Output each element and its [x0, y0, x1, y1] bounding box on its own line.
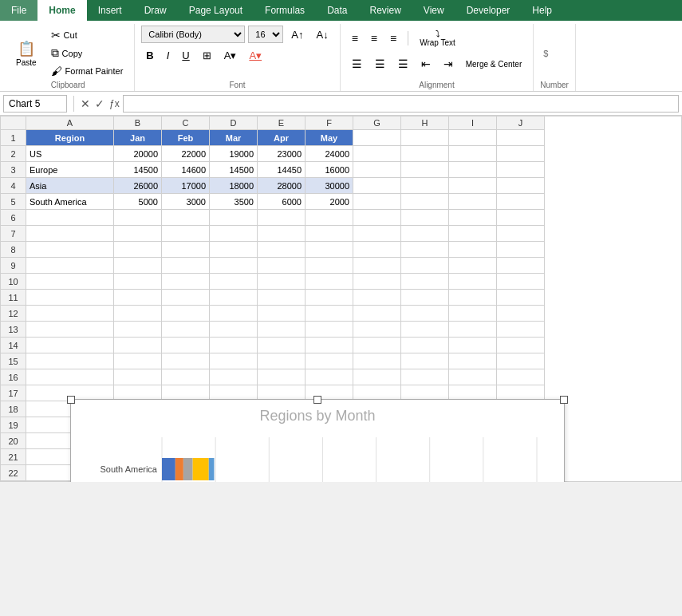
- indent-decrease-button[interactable]: ⇤: [416, 54, 436, 73]
- formula-input[interactable]: [123, 95, 679, 113]
- cell-C7[interactable]: [162, 226, 210, 242]
- cell-C12[interactable]: [162, 306, 210, 322]
- fill-color-button[interactable]: A▾: [219, 47, 242, 64]
- cell-F5[interactable]: 2000: [306, 194, 353, 210]
- cell-E1[interactable]: Apr: [258, 130, 306, 146]
- cell-A15[interactable]: [26, 353, 114, 369]
- cell-C8[interactable]: [162, 242, 210, 258]
- cell-F4[interactable]: 30000: [306, 178, 353, 194]
- cell-E3[interactable]: 14450: [258, 162, 306, 178]
- cell-E11[interactable]: [258, 290, 306, 306]
- cell-D15[interactable]: [210, 353, 258, 369]
- cell-A6[interactable]: [26, 210, 114, 226]
- cell-E7[interactable]: [258, 226, 306, 242]
- cell-H15[interactable]: [401, 353, 449, 369]
- cell-H13[interactable]: [401, 322, 449, 338]
- cell-D16[interactable]: [210, 369, 258, 385]
- cell-H4[interactable]: [401, 178, 449, 194]
- cell-D14[interactable]: [210, 338, 258, 353]
- cell-D12[interactable]: [210, 306, 258, 322]
- cell-J8[interactable]: [497, 242, 545, 258]
- cell-H1[interactable]: [401, 130, 449, 146]
- tab-review[interactable]: Review: [358, 0, 412, 21]
- underline-button[interactable]: U: [177, 47, 194, 64]
- col-header-B[interactable]: B: [114, 116, 162, 130]
- cell-B5[interactable]: 5000: [114, 194, 162, 210]
- cell-I6[interactable]: [449, 210, 497, 226]
- cell-J9[interactable]: [497, 258, 545, 274]
- cell-F1[interactable]: May: [306, 130, 353, 146]
- cell-A7[interactable]: [26, 226, 114, 242]
- cell-H14[interactable]: [401, 338, 449, 353]
- cell-C16[interactable]: [162, 369, 210, 385]
- cell-H3[interactable]: [401, 162, 449, 178]
- font-size-select[interactable]: 16 89101112 14182024: [248, 26, 283, 43]
- tab-data[interactable]: Data: [316, 0, 358, 21]
- cell-H9[interactable]: [401, 258, 449, 274]
- cell-A14[interactable]: [26, 338, 114, 353]
- cell-F16[interactable]: [306, 369, 353, 385]
- cell-B3[interactable]: 14500: [114, 162, 162, 178]
- cell-G12[interactable]: [353, 306, 401, 322]
- cell-A9[interactable]: [26, 258, 114, 274]
- cell-J7[interactable]: [497, 226, 545, 242]
- cell-H7[interactable]: [401, 226, 449, 242]
- cell-E4[interactable]: 28000: [258, 178, 306, 194]
- cell-C5[interactable]: 3000: [162, 194, 210, 210]
- cell-C13[interactable]: [162, 322, 210, 338]
- cell-G6[interactable]: [353, 210, 401, 226]
- cell-E5[interactable]: 6000: [258, 194, 306, 210]
- tab-help[interactable]: Help: [521, 0, 563, 21]
- cell-H5[interactable]: [401, 194, 449, 210]
- cell-A11[interactable]: [26, 290, 114, 306]
- cell-J4[interactable]: [497, 178, 545, 194]
- cell-A4[interactable]: Asia: [26, 178, 114, 194]
- cell-A3[interactable]: Europe: [26, 162, 114, 178]
- cell-C3[interactable]: 14600: [162, 162, 210, 178]
- cell-F13[interactable]: [306, 322, 353, 338]
- cell-J10[interactable]: [497, 274, 545, 290]
- cell-D6[interactable]: [210, 210, 258, 226]
- insert-function-icon[interactable]: ƒx: [109, 98, 120, 109]
- cell-G3[interactable]: [353, 162, 401, 178]
- cell-J2[interactable]: [497, 146, 545, 162]
- cell-C14[interactable]: [162, 338, 210, 353]
- cell-I10[interactable]: [449, 274, 497, 290]
- cell-E13[interactable]: [258, 322, 306, 338]
- cell-B13[interactable]: [114, 322, 162, 338]
- cell-H16[interactable]: [401, 369, 449, 385]
- cell-G16[interactable]: [353, 369, 401, 385]
- cell-I8[interactable]: [449, 242, 497, 258]
- cell-I1[interactable]: [449, 130, 497, 146]
- cell-F10[interactable]: [306, 274, 353, 290]
- cell-J15[interactable]: [497, 353, 545, 369]
- cell-D11[interactable]: [210, 290, 258, 306]
- tab-draw[interactable]: Draw: [133, 0, 178, 21]
- cell-I16[interactable]: [449, 369, 497, 385]
- cell-F8[interactable]: [306, 242, 353, 258]
- tab-page-layout[interactable]: Page Layout: [178, 0, 254, 21]
- cell-H10[interactable]: [401, 274, 449, 290]
- align-left-button[interactable]: ☰: [347, 54, 367, 73]
- col-header-F[interactable]: F: [306, 116, 353, 130]
- cell-E9[interactable]: [258, 258, 306, 274]
- cell-D10[interactable]: [210, 274, 258, 290]
- cell-E14[interactable]: [258, 338, 306, 353]
- resize-handle-tm[interactable]: [313, 396, 321, 404]
- align-top-center-button[interactable]: ≡: [366, 29, 382, 48]
- cell-G15[interactable]: [353, 353, 401, 369]
- cell-E2[interactable]: 23000: [258, 146, 306, 162]
- cell-F6[interactable]: [306, 210, 353, 226]
- cell-B6[interactable]: [114, 210, 162, 226]
- cell-G8[interactable]: [353, 242, 401, 258]
- cell-E6[interactable]: [258, 210, 306, 226]
- cell-D4[interactable]: 18000: [210, 178, 258, 194]
- bold-button[interactable]: B: [141, 47, 158, 64]
- cell-D9[interactable]: [210, 258, 258, 274]
- indent-increase-button[interactable]: ⇥: [439, 54, 458, 73]
- align-top-left-button[interactable]: ≡: [347, 29, 363, 48]
- cell-I3[interactable]: [449, 162, 497, 178]
- cell-G14[interactable]: [353, 338, 401, 353]
- cell-C6[interactable]: [162, 210, 210, 226]
- cell-J14[interactable]: [497, 338, 545, 353]
